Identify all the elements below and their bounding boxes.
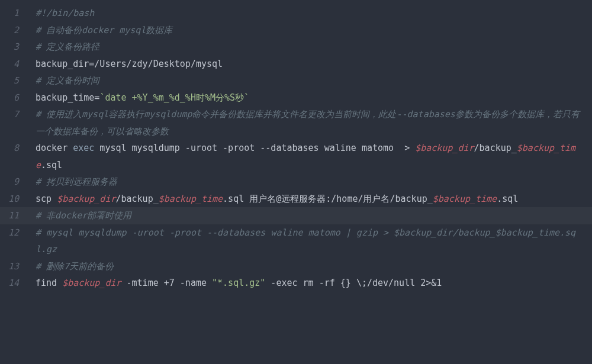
line-content[interactable]: backup_time=`date +%Y_%m_%d_%H时%M分%S秒` [28,89,592,107]
line-number: 11 [0,207,28,224]
line-number: 14 [0,275,28,292]
text: .sql [41,160,62,170]
line-number: 13 [0,258,28,275]
line-number: 9 [0,173,28,191]
code-editor[interactable]: 1 #!/bin/bash 2 # 自动备份docker mysql数据库 3 … [0,5,592,292]
line-content[interactable]: backup_dir=/Users/zdy/Desktop/mysql [28,56,592,73]
comment: # 定义备份时间 [36,75,99,86]
code-line[interactable]: 4 backup_dir=/Users/zdy/Desktop/mysql [0,56,592,73]
line-number: 3 [0,38,28,56]
line-content[interactable]: # 非docker部署时使用 [28,207,592,224]
code-line[interactable]: 6 backup_time=`date +%Y_%m_%d_%H时%M分%S秒` [0,89,592,107]
code-line[interactable]: 9 # 拷贝到远程服务器 [0,173,592,191]
command: find [36,278,62,288]
text: /backup_ [474,143,517,153]
builtin: exec [73,143,94,153]
variable: $backup_dir [62,278,121,288]
escape: \; [356,278,367,288]
code-line[interactable]: 14 find $backup_dir -mtime +7 -name "*.s… [0,275,592,292]
code-line[interactable]: 5 # 定义备份时间 [0,72,592,89]
line-number: 10 [0,191,28,208]
variable: $backup_dir [57,194,115,204]
args: -mtime +7 -name [121,278,213,288]
line-content[interactable]: # 定义备份时间 [28,72,592,89]
line-number: 8 [0,140,28,157]
assignment: backup_time= [36,92,99,103]
command: docker [36,143,73,153]
line-number: 7 [0,106,28,123]
code-line-active[interactable]: 11 # 非docker部署时使用 [0,207,592,224]
code-line[interactable]: 3 # 定义备份路径 [0,38,592,56]
code-line[interactable]: 2 # 自动备份docker mysql数据库 [0,22,592,39]
line-content[interactable]: docker exec mysql mysqldump -uroot -proo… [28,140,592,173]
code-line[interactable]: 13 # 删除7天前的备份 [0,258,592,275]
variable: $backup_time [433,194,497,204]
line-content[interactable]: # 拷贝到远程服务器 [28,173,592,191]
text: .sql 用户名@远程服务器:/home/用户名/backup_ [223,194,433,204]
line-number: 6 [0,89,28,107]
line-content[interactable]: find $backup_dir -mtime +7 -name "*.sql.… [28,275,592,292]
line-number: 2 [0,22,28,39]
code-line[interactable]: 12 # mysql mysqldump -uroot -proot --dat… [0,224,592,258]
args: mysql mysqldump -uroot -proot --database… [94,143,415,153]
comment: # 拷贝到远程服务器 [36,176,117,187]
line-number: 12 [0,224,28,241]
line-number: 4 [0,56,28,73]
line-content[interactable]: # 使用进入mysql容器执行mysqldump命令并备份数据库并将文件名更改为… [28,106,592,140]
comment: # 删除7天前的备份 [36,261,114,272]
line-number: 5 [0,72,28,89]
variable: $backup_time [159,194,223,204]
line-content[interactable]: # mysql mysqldump -uroot -proot --databa… [28,224,592,258]
assignment: backup_dir=/Users/zdy/Desktop/mysql [36,59,223,69]
args: /dev/null 2>&1 [367,278,442,288]
comment: # 使用进入mysql容器执行mysqldump命令并备份数据库并将文件名更改为… [36,109,580,137]
line-content[interactable]: # 定义备份路径 [28,38,592,56]
command: scp [36,194,57,204]
comment: # 自动备份docker mysql数据库 [36,25,172,36]
code-line[interactable]: 8 docker exec mysql mysqldump -uroot -pr… [0,140,592,173]
line-content[interactable]: # 自动备份docker mysql数据库 [28,22,592,39]
backtick: ` [244,92,249,103]
shebang: #!/bin/bash [36,8,94,18]
line-number: 1 [0,5,28,22]
code-line[interactable]: 1 #!/bin/bash [0,5,592,22]
text: .sql [497,194,518,204]
string: "*.sql.gz" [212,278,265,288]
line-content[interactable]: scp $backup_dir/backup_$backup_time.sql … [28,191,592,208]
comment: # 非docker部署时使用 [36,210,131,221]
comment: # mysql mysqldump -uroot -proot --databa… [36,227,575,255]
variable: $backup_dir [415,143,474,153]
text: /backup_ [115,194,158,204]
code-line[interactable]: 7 # 使用进入mysql容器执行mysqldump命令并备份数据库并将文件名更… [0,106,592,140]
comment: # 定义备份路径 [36,41,99,52]
line-content[interactable]: #!/bin/bash [28,5,592,22]
line-content[interactable]: # 删除7天前的备份 [28,258,592,275]
args: -exec rm -rf {} [265,278,356,288]
code-line[interactable]: 10 scp $backup_dir/backup_$backup_time.s… [0,191,592,208]
command-subst: date +%Y_%m_%d_%H时%M分%S秒 [105,92,244,103]
